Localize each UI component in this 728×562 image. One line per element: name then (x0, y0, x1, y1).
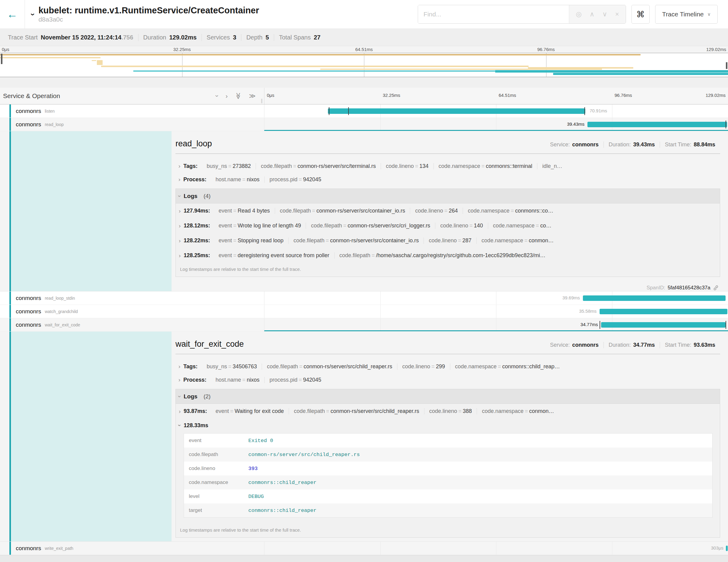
span-name-cell[interactable]: conmonrs write_exit_path (0, 542, 264, 555)
span-detail-read-loop: read_loop Service:conmonrs Duration:39.4… (0, 131, 728, 291)
find-tools: ◎ ∧ ∨ × (569, 5, 626, 23)
find-input[interactable] (418, 5, 569, 23)
log-field: code.lineno=264 (410, 208, 463, 214)
span-name-cell[interactable]: conmonrs listen (0, 104, 264, 118)
equals-sign: = (232, 252, 238, 258)
clear-find-icon[interactable]: × (615, 10, 619, 18)
log-field: code.filepath=conmon-rs/server/src/conta… (288, 237, 424, 244)
equals-sign: = (523, 408, 529, 414)
log-value: conmon-rs/server/src/cri_logger.rs (348, 223, 430, 229)
logs-accordion-header[interactable]: › Logs (2) (176, 389, 720, 404)
top-bar: ← › kubelet: runtime.v1.RuntimeService/C… (0, 0, 728, 29)
services-stat: Services 3 (202, 34, 241, 41)
equals-sign: = (535, 223, 540, 229)
equals-sign: = (232, 223, 238, 229)
ruler-tick: 0μs (2, 47, 9, 52)
log-value: Read 4 bytes (238, 208, 270, 214)
trace-view-selector[interactable]: Trace Timeline ∨ (655, 5, 718, 24)
match-target-icon[interactable]: ◎ (576, 10, 582, 18)
keyboard-shortcuts-button[interactable]: ⌘ (631, 5, 650, 24)
stat-label: Trace Start (8, 34, 38, 41)
stat-value: 34.77ms (633, 342, 655, 348)
prev-match-icon[interactable]: ∧ (590, 10, 594, 18)
process-key: process.pid (270, 377, 298, 383)
log-field: event=Read 4 bytes (214, 208, 275, 214)
column-resize-handle[interactable]: ∥ (261, 98, 263, 104)
minimap-right-drag-handle[interactable] (726, 62, 727, 69)
expand-one-icon[interactable]: › (226, 92, 228, 100)
log-field: code.lineno=140 (435, 223, 488, 229)
expand-all-icon[interactable]: ≫ (249, 92, 256, 100)
tag-key: code.filepath (267, 363, 298, 370)
span-duration-bar[interactable] (726, 546, 728, 551)
span-service-name: conmonrs (16, 121, 41, 128)
equals-sign: = (311, 208, 317, 214)
collapse-one-icon[interactable]: › (214, 95, 221, 97)
process-value: 942045 (303, 377, 321, 383)
log-entry[interactable]: › 93.87ms: event=Waiting for exit code c… (176, 404, 720, 419)
minimap-canvas[interactable] (0, 53, 728, 77)
log-timestamp: 127.94ms: (184, 208, 210, 214)
span-duration-bar[interactable] (600, 309, 727, 314)
span-duration-bar[interactable] (328, 108, 585, 114)
span-duration-label: 70.91ms (587, 108, 607, 113)
span-name-cell[interactable]: conmonrs wait_for_exit_code (0, 318, 264, 331)
log-value: Stopping read loop (238, 237, 284, 244)
chevron-right-icon: › (176, 208, 184, 214)
tag-field: code.filepath=conmon-rs/server/src/termi… (256, 163, 381, 169)
span-duration-label: 303μs (711, 545, 726, 550)
log-field: event=Waiting for exit code (211, 408, 289, 414)
span-duration-bar[interactable] (587, 122, 727, 127)
span-name-cell[interactable]: conmonrs watch_grandchild (0, 305, 264, 318)
collapse-all-icon[interactable]: ≫ (235, 93, 242, 99)
tag-field: code.filepath=conmon-rs/server/src/child… (262, 363, 397, 370)
process-row[interactable]: › Process: host.name=nixos process.pid=9… (175, 373, 720, 387)
table-value: 393 (248, 466, 258, 472)
span-color-accent (9, 542, 11, 555)
log-value: 140 (474, 223, 483, 229)
chevron-down-icon[interactable]: › (28, 13, 38, 16)
process-row[interactable]: › Process: host.name=nixos process.pid=9… (175, 173, 720, 186)
stat-value: 39.43ms (633, 141, 655, 148)
link-icon[interactable] (713, 285, 719, 291)
tag-field: code.lineno=299 (397, 363, 450, 370)
log-key: code.namespace (482, 408, 523, 414)
detail-service-stat: Service:conmonrs (545, 342, 604, 348)
tags-label: Tags: (183, 163, 198, 169)
span-duration-bar[interactable] (583, 295, 726, 301)
equals-sign: = (232, 237, 238, 244)
log-field: code.filepath=/home/sascha/.cargo/regist… (334, 252, 550, 259)
log-field: code.namespace=co… (488, 223, 556, 229)
logs-accordion-header[interactable]: › Logs (4) (176, 189, 720, 203)
span-duration-bar[interactable] (601, 322, 726, 328)
span-color-accent (9, 305, 11, 318)
overview-span-segment (0, 54, 641, 56)
span-duration-label: 34.77ms (580, 322, 601, 327)
process-field: host.name=nixos (211, 176, 264, 183)
tags-row[interactable]: › Tags: busy_ns=273882 code.filepath=con… (175, 159, 720, 173)
process-field: process.pid=942045 (264, 176, 326, 183)
tag-value: 273882 (233, 163, 251, 169)
tags-row[interactable]: › Tags: busy_ns=34506763 code.filepath=c… (175, 360, 720, 373)
next-match-icon[interactable]: ∨ (602, 10, 607, 18)
log-entry[interactable]: › 128.12ms: event=Wrote log line of leng… (176, 218, 720, 233)
log-value: 264 (449, 208, 458, 214)
minimap-left-drag-handle[interactable] (1, 54, 2, 64)
log-entry-expanded-header[interactable]: › 128.33ms (176, 419, 720, 432)
log-key: code.filepath (311, 223, 342, 229)
span-service-name: conmonrs (16, 545, 41, 552)
log-entry[interactable]: › 128.25ms: event=deregistering event so… (176, 248, 720, 263)
table-key: code.filepath (184, 451, 248, 458)
stat-label: Service: (550, 141, 570, 148)
process-value: nixos (247, 377, 260, 383)
log-entry[interactable]: › 127.94ms: event=Read 4 bytes code.file… (176, 203, 720, 218)
back-button[interactable]: ← (0, 0, 25, 29)
span-timeline-cell: 303μs (264, 542, 728, 555)
span-duration-label: 39.69ms (563, 295, 583, 300)
span-name-cell[interactable]: conmonrs read_loop_stdin (0, 291, 264, 305)
equals-sign: = (342, 223, 348, 229)
span-name-cell[interactable]: conmonrs read_loop (0, 118, 264, 131)
tag-field: idle_n… (537, 163, 567, 169)
log-entry[interactable]: › 128.22ms: event=Stopping read loop cod… (176, 233, 720, 248)
ruler-tick: 129.02ms (706, 93, 726, 98)
